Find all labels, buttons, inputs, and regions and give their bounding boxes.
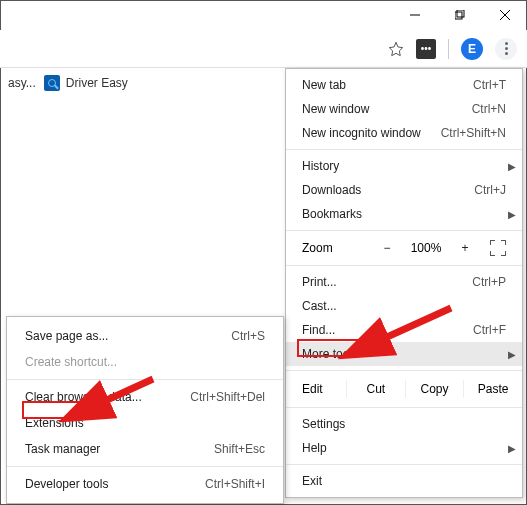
chevron-right-icon: ▶	[508, 349, 516, 360]
menu-shortcut: Ctrl+J	[474, 183, 506, 197]
menu-item-help[interactable]: Help▶	[286, 436, 522, 460]
menu-label: Exit	[302, 474, 322, 488]
submenu-item-dev-tools[interactable]: Developer toolsCtrl+Shift+I	[7, 471, 283, 497]
svg-rect-1	[455, 12, 462, 19]
menu-label: Zoom	[302, 241, 333, 255]
menu-label: Cast...	[302, 299, 337, 313]
menu-shortcut: Ctrl+N	[472, 102, 506, 116]
menu-shortcut: Ctrl+T	[473, 78, 506, 92]
menu-label: Print...	[302, 275, 337, 289]
menu-shortcut: Ctrl+S	[231, 329, 265, 343]
submenu-item-save-page[interactable]: Save page as...Ctrl+S	[7, 323, 283, 349]
window-maximize-button[interactable]	[437, 0, 482, 30]
menu-item-downloads[interactable]: DownloadsCtrl+J	[286, 178, 522, 202]
extension-icon[interactable]: •••	[416, 39, 436, 59]
menu-label: Settings	[302, 417, 345, 431]
menu-label: New incognito window	[302, 126, 421, 140]
bookmark-label: Driver Easy	[66, 76, 128, 90]
menu-shortcut: Ctrl+F	[473, 323, 506, 337]
menu-item-find[interactable]: Find...Ctrl+F	[286, 318, 522, 342]
menu-item-history[interactable]: History▶	[286, 154, 522, 178]
svg-rect-2	[457, 10, 464, 17]
menu-separator	[7, 466, 283, 467]
menu-button[interactable]	[495, 38, 517, 60]
main-menu: New tabCtrl+T New windowCtrl+N New incog…	[285, 68, 523, 498]
menu-separator	[286, 370, 522, 371]
menu-label: Extensions	[25, 416, 84, 430]
zoom-out-button[interactable]: −	[378, 241, 396, 255]
menu-shortcut: Ctrl+Shift+I	[205, 477, 265, 491]
cut-button[interactable]: Cut	[346, 380, 405, 398]
menu-label: Task manager	[25, 442, 100, 456]
bookmark-item[interactable]: asy...	[8, 76, 36, 90]
paste-button[interactable]: Paste	[463, 380, 522, 398]
menu-item-new-window[interactable]: New windowCtrl+N	[286, 97, 522, 121]
window-close-button[interactable]	[482, 0, 527, 30]
menu-label: Developer tools	[25, 477, 108, 491]
menu-label: Clear browsing data...	[25, 390, 142, 404]
chevron-right-icon: ▶	[508, 161, 516, 172]
zoom-in-button[interactable]: +	[456, 241, 474, 255]
menu-item-print[interactable]: Print...Ctrl+P	[286, 270, 522, 294]
menu-shortcut: Ctrl+Shift+N	[441, 126, 506, 140]
window-minimize-button[interactable]	[392, 0, 437, 30]
submenu-item-clear-data[interactable]: Clear browsing data...Ctrl+Shift+Del	[7, 384, 283, 410]
menu-separator	[286, 230, 522, 231]
bookmark-item[interactable]: Driver Easy	[44, 75, 128, 91]
submenu-item-extensions[interactable]: Extensions	[7, 410, 283, 436]
chevron-right-icon: ▶	[508, 443, 516, 454]
more-tools-submenu: Save page as...Ctrl+S Create shortcut...…	[6, 316, 284, 504]
menu-item-more-tools[interactable]: More tools▶	[286, 342, 522, 366]
menu-separator	[286, 149, 522, 150]
menu-shortcut: Ctrl+Shift+Del	[190, 390, 265, 404]
menu-label: Create shortcut...	[25, 355, 117, 369]
menu-shortcut: Ctrl+P	[472, 275, 506, 289]
fullscreen-icon[interactable]	[490, 240, 506, 256]
menu-item-exit[interactable]: Exit	[286, 469, 522, 493]
profile-avatar[interactable]: E	[461, 38, 483, 60]
toolbar-divider	[448, 39, 449, 59]
browser-toolbar: ••• E	[0, 30, 527, 68]
menu-separator	[286, 464, 522, 465]
menu-item-settings[interactable]: Settings	[286, 412, 522, 436]
menu-label: Find...	[302, 323, 335, 337]
menu-separator	[7, 379, 283, 380]
menu-label: New tab	[302, 78, 346, 92]
menu-label: Save page as...	[25, 329, 108, 343]
copy-button[interactable]: Copy	[405, 380, 464, 398]
bookmark-favicon	[44, 75, 60, 91]
menu-item-cast[interactable]: Cast...	[286, 294, 522, 318]
submenu-item-create-shortcut: Create shortcut...	[7, 349, 283, 375]
window-titlebar	[0, 0, 527, 30]
menu-label: History	[302, 159, 339, 173]
menu-item-bookmarks[interactable]: Bookmarks▶	[286, 202, 522, 226]
chevron-right-icon: ▶	[508, 209, 516, 220]
menu-separator	[286, 265, 522, 266]
bookmark-star-icon[interactable]	[388, 41, 404, 57]
menu-separator	[286, 407, 522, 408]
submenu-item-task-manager[interactable]: Task managerShift+Esc	[7, 436, 283, 462]
menu-label: Help	[302, 441, 327, 455]
menu-label: New window	[302, 102, 369, 116]
bookmark-label: asy...	[8, 76, 36, 90]
menu-item-edit-row: Edit Cut Copy Paste	[286, 375, 522, 403]
menu-item-incognito[interactable]: New incognito windowCtrl+Shift+N	[286, 121, 522, 145]
menu-label: More tools	[302, 347, 358, 361]
menu-item-new-tab[interactable]: New tabCtrl+T	[286, 73, 522, 97]
menu-label: Edit	[286, 380, 346, 398]
menu-shortcut: Shift+Esc	[214, 442, 265, 456]
menu-label: Bookmarks	[302, 207, 362, 221]
menu-label: Downloads	[302, 183, 361, 197]
zoom-value: 100%	[406, 241, 446, 255]
menu-item-zoom: Zoom − 100% +	[286, 235, 522, 261]
